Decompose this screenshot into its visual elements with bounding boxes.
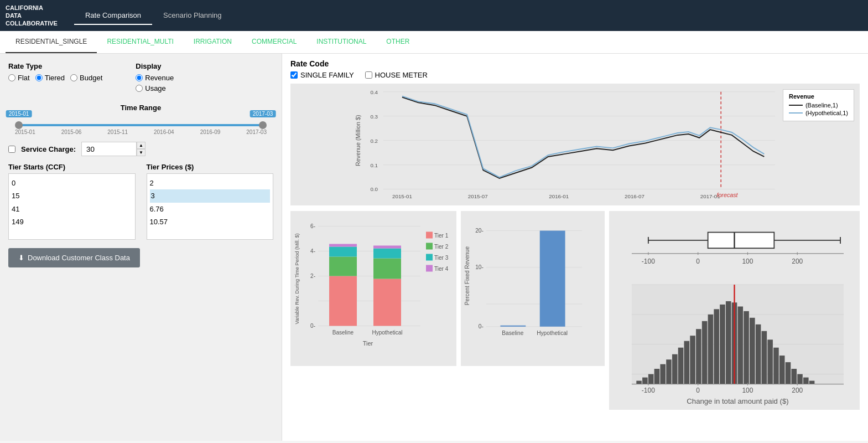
svg-rect-108 xyxy=(803,377,809,384)
tier-starts-col: Tier Starts (CCF) 0 15 41 149 xyxy=(8,163,136,240)
svg-rect-29 xyxy=(329,257,357,276)
svg-rect-102 xyxy=(767,339,773,384)
tab-residential-single[interactable]: RESIDENTIAL_SINGLE xyxy=(6,31,97,53)
svg-rect-34 xyxy=(373,249,401,259)
svg-rect-80 xyxy=(636,380,642,384)
box-plot-chart: -100 0 100 200 xyxy=(609,211,860,276)
svg-rect-98 xyxy=(744,311,749,384)
checkbox-house-meter-label: HOUSE METER xyxy=(375,71,428,79)
svg-text:2015-01: 2015-01 xyxy=(392,193,412,199)
display-revenue[interactable]: Revenue xyxy=(136,74,174,82)
slider-handle-left[interactable]: 2015-01 xyxy=(15,121,23,129)
slider-bubble-right: 2017-03 xyxy=(250,110,276,117)
spinner-down[interactable]: ▼ xyxy=(137,149,145,156)
svg-text:Change in total amount paid ($: Change in total amount paid ($) xyxy=(687,397,788,405)
rate-code-title: Rate Code xyxy=(290,59,860,68)
checkbox-single-family-label: SINGLE FAMILY xyxy=(300,71,354,79)
rate-budget[interactable]: Budget xyxy=(70,74,102,82)
right-charts: -100 0 100 200 xyxy=(609,211,860,366)
display-usage[interactable]: Usage xyxy=(136,84,166,92)
svg-rect-86 xyxy=(672,354,678,384)
download-icon: ⬇ xyxy=(18,254,24,262)
svg-text:Tier: Tier xyxy=(363,340,373,347)
percent-fixed-chart: 20- 10- 0- Percent Fixed Revenue Baselin… xyxy=(461,211,605,366)
chart-legend: Revenue (Baseline,1) (Hypothetical,1) xyxy=(783,89,854,121)
tier-price-3: 10.57 xyxy=(150,215,271,228)
svg-rect-101 xyxy=(762,331,767,384)
svg-text:-100: -100 xyxy=(642,387,655,394)
service-charge-row: Service Charge: 30 ▲ ▼ xyxy=(8,142,273,156)
svg-rect-41 xyxy=(426,243,433,250)
svg-text:100: 100 xyxy=(742,257,753,265)
main-tabs: RESIDENTIAL_SINGLE RESIDENTIAL_MULTI IRR… xyxy=(0,31,868,54)
svg-text:0-: 0- xyxy=(479,323,484,329)
service-charge-checkbox[interactable] xyxy=(8,146,15,153)
svg-text:2016-07: 2016-07 xyxy=(625,193,644,199)
time-range-slider[interactable]: 2015-01 2017-03 2015-01 2015-06 2015-11 … xyxy=(8,124,273,135)
display-usage-radio[interactable] xyxy=(136,85,143,92)
service-charge-input[interactable]: 30 xyxy=(81,142,137,156)
svg-text:0.0: 0.0 xyxy=(370,186,378,192)
svg-text:2015-07: 2015-07 xyxy=(468,193,488,199)
svg-text:0: 0 xyxy=(696,387,700,394)
svg-text:Baseline: Baseline xyxy=(502,330,523,336)
svg-rect-30 xyxy=(329,247,357,257)
tier-bar-svg: 6- 4- 2- 0- Variable Rev. During Time Pe… xyxy=(293,214,454,363)
svg-rect-55 xyxy=(500,326,526,327)
checkbox-house-meter[interactable]: HOUSE METER xyxy=(365,71,428,79)
legend-hypothetical: (Hypothetical,1) xyxy=(789,110,848,116)
svg-rect-88 xyxy=(684,341,690,384)
checkbox-single-family[interactable]: SINGLE FAMILY xyxy=(290,71,354,79)
checkbox-house-meter-input[interactable] xyxy=(365,71,372,79)
display-label: Display xyxy=(136,62,174,70)
svg-text:10-: 10- xyxy=(475,264,484,270)
svg-rect-103 xyxy=(773,347,779,384)
svg-rect-87 xyxy=(678,347,684,384)
rate-code-checkboxes: SINGLE FAMILY HOUSE METER xyxy=(290,71,860,79)
spinner-up[interactable]: ▲ xyxy=(137,142,145,149)
tab-commercial[interactable]: COMMERCIAL xyxy=(242,31,306,53)
tier-starts-list[interactable]: 0 15 41 149 xyxy=(8,173,136,240)
svg-text:Revenue (Million $): Revenue (Million $) xyxy=(355,115,361,166)
boxplot-svg: -100 0 100 200 xyxy=(612,214,857,274)
tab-residential-multi[interactable]: RESIDENTIAL_MULTI xyxy=(97,31,183,53)
nav-rate-comparison[interactable]: Rate Comparison xyxy=(74,7,152,25)
tab-institutional[interactable]: INSTITUTIONAL xyxy=(306,31,376,53)
svg-rect-92 xyxy=(708,315,714,384)
time-range-section: Time Range 2015-01 2017-03 2015-01 2015-… xyxy=(8,104,273,135)
legend-baseline-label: (Baseline,1) xyxy=(805,102,838,109)
legend-title: Revenue xyxy=(789,93,848,100)
tab-irrigation[interactable]: IRRIGATION xyxy=(184,31,242,53)
header-nav: Rate Comparison Scenario Planning xyxy=(74,7,233,25)
tier-prices-box[interactable]: 2 3 6.76 10.57 xyxy=(147,173,274,240)
histogram-chart: -100 0 100 200 Change in total amount pa… xyxy=(609,279,860,410)
tier-price-2: 6.76 xyxy=(150,203,271,215)
svg-text:Hypothetical: Hypothetical xyxy=(372,329,402,336)
svg-text:2016-01: 2016-01 xyxy=(549,193,569,199)
legend-baseline-line xyxy=(789,105,803,106)
percent-fixed-svg: 20- 10- 0- Percent Fixed Revenue Baselin… xyxy=(464,214,602,363)
svg-rect-99 xyxy=(750,318,755,384)
svg-rect-28 xyxy=(329,276,357,326)
rate-tiered[interactable]: Tiered xyxy=(35,74,65,82)
tier-price-0: 2 xyxy=(150,177,271,189)
display-revenue-radio[interactable] xyxy=(136,74,143,81)
slider-handle-right[interactable]: 2017-03 xyxy=(259,121,267,129)
time-range-label: Time Range xyxy=(8,104,273,112)
rate-tiered-radio[interactable] xyxy=(35,74,43,81)
tick-2015-01: 2015-01 xyxy=(15,129,35,135)
rate-flat-radio[interactable] xyxy=(8,74,15,81)
tier-price-1[interactable]: 3 xyxy=(150,189,271,202)
logo: CALIFORNIADATACOLLABORATIVE xyxy=(6,4,58,28)
svg-text:200: 200 xyxy=(792,257,803,265)
tab-other[interactable]: OTHER xyxy=(376,31,419,53)
rate-budget-radio[interactable] xyxy=(70,74,77,81)
download-button[interactable]: ⬇ Download Customer Class Data xyxy=(8,248,140,267)
svg-text:0: 0 xyxy=(696,257,700,265)
checkbox-single-family-input[interactable] xyxy=(290,71,298,79)
revenue-chart: 0.4 0.3 0.2 0.1 0.0 Revenue (Million $) … xyxy=(290,84,860,205)
tick-2016-09: 2016-09 xyxy=(200,129,221,135)
rate-flat[interactable]: Flat xyxy=(8,74,30,82)
nav-scenario-planning[interactable]: Scenario Planning xyxy=(152,7,233,25)
svg-text:Baseline: Baseline xyxy=(332,329,354,336)
